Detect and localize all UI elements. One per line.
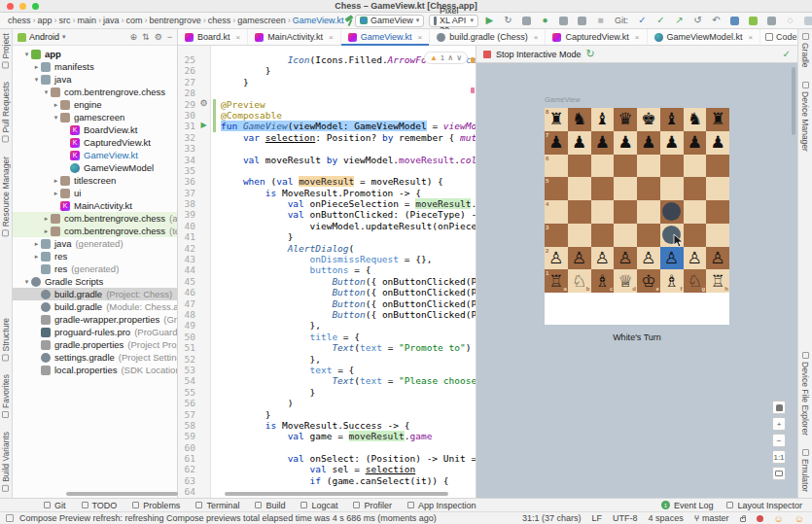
tree-item[interactable]: gradle.properties(Project Properties) (13, 338, 177, 351)
error-stripe-mark[interactable] (471, 87, 475, 93)
code-line[interactable]: title = { (221, 332, 476, 342)
apply-changes-icon[interactable]: ↻ (502, 15, 514, 27)
stop-interactive-mode-button[interactable]: Stop Interactive Mode (496, 50, 582, 59)
editor-tab[interactable]: Board.kt× (178, 29, 248, 45)
tree-item[interactable]: ▾gamescreen (13, 111, 177, 123)
code-line[interactable]: onDismissRequest = {}, (221, 254, 476, 264)
inspections-widget[interactable]: ▲ 1 ∧ ∨ (424, 52, 468, 64)
editor-horizontal-scrollbar[interactable] (225, 492, 448, 496)
run-icon[interactable]: ▶ (483, 15, 496, 27)
code-line[interactable]: } (221, 231, 476, 242)
zoom-fit-button[interactable] (772, 467, 786, 480)
locate-file-icon[interactable]: ⊕ (130, 32, 138, 42)
tree-chevron-icon[interactable]: ▾ (32, 76, 41, 84)
code-line[interactable]: ) (221, 398, 476, 408)
square-a2[interactable]: ♙2 (545, 247, 568, 270)
square-b2[interactable]: ♙ (568, 247, 591, 270)
square-a3[interactable]: 3 (545, 224, 568, 247)
square-e4[interactable] (637, 200, 660, 224)
code-line[interactable]: }, (221, 320, 476, 331)
editor-tab[interactable]: GameView.kt× (341, 29, 431, 45)
code-line[interactable]: } (221, 409, 476, 420)
avd-manager-icon[interactable] (747, 15, 759, 27)
tree-item[interactable]: ▸titlescreen (13, 174, 177, 187)
square-b3[interactable] (568, 224, 591, 247)
toolwindow-git[interactable]: Git (44, 501, 66, 510)
square-a4[interactable]: 4 (545, 200, 568, 224)
profile-icon[interactable] (557, 15, 570, 27)
tree-chevron-icon[interactable]: ▾ (42, 88, 51, 96)
tree-chevron-icon[interactable]: ▸ (32, 63, 41, 71)
build-hammer-icon[interactable] (344, 15, 350, 26)
square-h3[interactable] (706, 224, 729, 247)
square-g5[interactable] (684, 177, 707, 200)
tree-chevron-icon[interactable]: ▸ (32, 253, 41, 261)
debug-icon[interactable]: ● (539, 15, 551, 27)
square-c2[interactable]: ♙ (591, 247, 615, 270)
tree-item[interactable]: KMainActivity.kt (13, 199, 177, 212)
breadcrumb-item[interactable]: java (103, 16, 120, 25)
preview-settings-gutter-icon[interactable]: ⚙ (198, 98, 209, 109)
close-tab-icon[interactable]: × (635, 33, 640, 42)
pan-button[interactable] (772, 401, 786, 414)
tree-item[interactable]: ▾java (13, 73, 177, 86)
code-line[interactable]: val onPieceSelection = moveResult.onPiec… (221, 198, 476, 209)
code-line[interactable]: }, (221, 354, 476, 365)
editor-tab[interactable]: CapturedView.kt× (546, 29, 647, 45)
square-h2[interactable]: ♙ (706, 247, 729, 270)
feedback-happy-icon[interactable]: ☺ (774, 513, 784, 524)
tool-stripe-favorites[interactable]: Favorites (1, 374, 11, 418)
square-c8[interactable]: ♝ (591, 108, 615, 131)
breadcrumb-item[interactable]: gamescreen (237, 16, 286, 25)
tool-stripe-pull-requests[interactable]: Pull Requests (1, 82, 11, 142)
square-f4[interactable] (660, 200, 684, 224)
code-line[interactable]: Button({ onButtonClicked(PieceType.Rook)… (221, 287, 476, 297)
code-line[interactable]: } (221, 77, 476, 87)
tree-item[interactable]: settings.gradle(Project Settings) (13, 351, 177, 364)
code-line[interactable]: @Composable (221, 110, 476, 121)
square-d2[interactable]: ♙ (614, 247, 637, 270)
square-g7[interactable]: ♟ (684, 131, 707, 155)
view-mode-code[interactable]: Code (760, 31, 802, 43)
square-e1[interactable]: ♔e (637, 269, 660, 293)
square-h1[interactable]: ♖h (706, 269, 729, 293)
tree-item[interactable]: ▸engine (13, 98, 177, 111)
tool-stripe-emulator[interactable]: Emulator (800, 449, 810, 492)
square-e2[interactable]: ♙ (637, 247, 660, 270)
toolwindow-logcat[interactable]: Logcat (300, 501, 337, 510)
device-manager-icon[interactable] (728, 15, 741, 27)
rollback-icon[interactable]: ↶ (710, 15, 723, 27)
apply-code-changes-icon[interactable] (520, 15, 533, 27)
code-line[interactable]: } (221, 65, 476, 76)
code-line[interactable]: var selection: Position? by remember { m… (221, 132, 476, 143)
git-push-icon[interactable]: ↗ (673, 15, 686, 27)
encoding-indicator[interactable]: UTF-8 (613, 513, 638, 523)
square-e6[interactable] (637, 155, 660, 178)
square-c6[interactable] (591, 155, 615, 178)
square-h5[interactable] (706, 177, 729, 200)
code-line[interactable]: Button({ onButtonClicked(PieceType.Queen… (221, 276, 476, 287)
code-line[interactable]: Text(text = "Please choose a piece type … (221, 375, 476, 386)
square-b8[interactable]: ♞ (568, 108, 591, 131)
zoom-reset-button[interactable]: 1:1 (772, 450, 786, 464)
git-update-icon[interactable]: ✓ (636, 15, 649, 27)
square-e7[interactable]: ♟ (637, 131, 660, 155)
tool-stripe-structure[interactable]: Structure (1, 318, 11, 362)
tree-chevron-icon[interactable]: ▸ (52, 190, 60, 197)
tree-item[interactable]: ▸manifests (13, 60, 177, 73)
code-line[interactable] (221, 165, 476, 176)
git-commit-icon[interactable]: ✓ (654, 15, 667, 27)
tree-item[interactable]: ▾app (13, 48, 177, 60)
breadcrumb-item[interactable]: com (126, 16, 143, 25)
square-g6[interactable] (684, 155, 707, 178)
tree-item[interactable]: ▾Gradle Scripts (13, 275, 177, 288)
run-configuration-dropdown[interactable]: GameView ▾ (355, 15, 424, 27)
code-line[interactable]: viewModel.updateResult(onPieceSelection(… (221, 221, 476, 231)
square-h7[interactable]: ♟ (706, 131, 729, 155)
code-line[interactable]: val sel = selection (221, 464, 476, 474)
square-a1[interactable]: ♖1a (545, 269, 568, 293)
code-line[interactable]: Button({ onButtonClicked(PieceType.Bisho… (221, 309, 476, 320)
tree-item[interactable]: ▸ui (13, 187, 177, 199)
tree-item[interactable]: ▸java(generated) (13, 237, 177, 250)
tree-item[interactable]: ▸com.bentrengrove.chess(androidTest) (13, 212, 177, 225)
